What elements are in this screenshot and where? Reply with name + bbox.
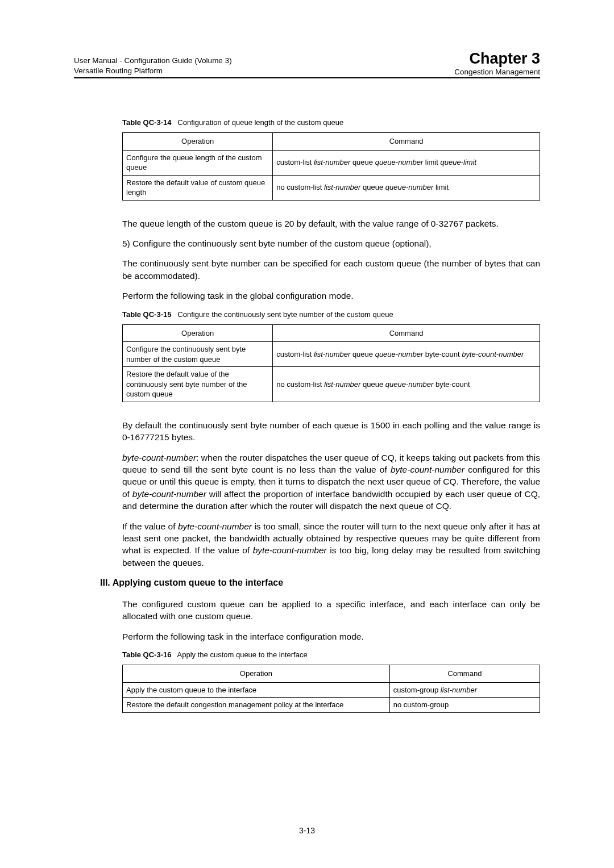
cmd-text: byte-count: [435, 380, 470, 389]
table16-caption-desc: Apply the custom queue to the interface: [177, 650, 308, 659]
table16-r2c2: no custom-group: [389, 698, 540, 713]
cmd-text: custom-list: [276, 350, 314, 358]
table14-r1c2: custom-list list-number queue queue-numb…: [273, 150, 540, 175]
cmd-text: no custom-list: [276, 380, 324, 389]
cmd-arg: queue-number: [385, 183, 435, 191]
cmd-arg: list-number: [441, 686, 477, 694]
page-header: User Manual - Configuration Guide (Volum…: [74, 50, 540, 78]
header-left: User Manual - Configuration Guide (Volum…: [74, 56, 232, 76]
table15-r1c1: Configure the continuously sent byte num…: [123, 342, 273, 367]
para-byte-count-explain: byte-count-number: when the router dispa…: [122, 452, 540, 512]
para-default-queue-length: The queue length of the custom queue is …: [122, 218, 540, 229]
table15-caption: Table QC-3-15 Configure the continuously…: [122, 310, 540, 319]
cmd-arg: list-number: [324, 380, 363, 389]
italic-term: byte-count-number: [132, 489, 206, 499]
table16-r1c2: custom-group list-number: [389, 682, 540, 698]
table14-caption: Table QC-3-14 Configuration of queue len…: [122, 118, 540, 127]
table14-label: Table QC-3-14: [122, 118, 171, 127]
para-byte-count-warning: If the value of byte-count-number is too…: [122, 520, 540, 569]
cmd-arg: queue-number: [375, 158, 425, 166]
cmd-text: queue: [363, 380, 385, 389]
italic-term: byte-count-number: [253, 545, 327, 555]
table14-r2c1: Restore the default value of custom queu…: [123, 175, 273, 200]
table16-caption: Table QC-3-16 Apply the custom queue to …: [122, 650, 540, 659]
section-apply: The configured custom queue can be appli…: [122, 598, 540, 713]
cmd-text: custom-list: [276, 158, 314, 166]
para-apply-intro: The configured custom queue can be appli…: [122, 598, 540, 623]
table16-h2: Command: [389, 665, 540, 683]
cmd-text: no custom-list: [276, 183, 324, 191]
table16-r2c1: Restore the default congestion managemen…: [123, 698, 390, 713]
header-right: Chapter 3 Congestion Management: [454, 50, 540, 76]
cmd-text: queue: [352, 350, 375, 358]
cmd-text: limit: [425, 158, 441, 166]
table14-h1: Operation: [123, 133, 273, 151]
cmd-text: custom-group: [393, 686, 441, 694]
para-default-byte-count: By default the continuously sent byte nu…: [122, 419, 540, 444]
table14-h2: Command: [273, 133, 540, 151]
table15-r2c1: Restore the default value of the continu…: [123, 367, 273, 402]
cmd-text: limit: [435, 183, 449, 191]
table15-label: Table QC-3-15: [122, 310, 171, 319]
table14-r2c2: no custom-list list-number queue queue-n…: [273, 175, 540, 200]
italic-term: byte-count-number: [178, 521, 252, 531]
chapter-subtitle: Congestion Management: [454, 68, 540, 76]
cmd-arg: queue-number: [385, 380, 435, 389]
table14: Operation Command Configure the queue le…: [122, 132, 540, 201]
para-step5: 5) Configure the continuously sent byte …: [122, 237, 540, 249]
cmd-arg: list-number: [314, 158, 352, 166]
italic-term: byte-count-number: [391, 465, 464, 474]
table16-h1: Operation: [123, 665, 390, 683]
table15-h2: Command: [273, 324, 540, 342]
para-interface-mode: Perform the following task in the interf…: [122, 631, 540, 642]
table15-caption-desc: Configure the continuously sent byte num…: [177, 310, 393, 319]
page-number: 3-13: [0, 826, 614, 835]
table15-r1c2: custom-list list-number queue queue-numb…: [273, 342, 540, 367]
table16-r1c1: Apply the custom queue to the interface: [123, 682, 390, 698]
cmd-text: byte-count: [425, 350, 462, 358]
cmd-arg: queue-number: [375, 350, 425, 358]
table14-caption-desc: Configuration of queue length of the cus…: [177, 118, 343, 127]
manual-title: User Manual - Configuration Guide (Volum…: [74, 56, 232, 66]
table14-block: Table QC-3-14 Configuration of queue len…: [122, 118, 540, 569]
body-span: If the value of: [122, 521, 178, 531]
table15-h1: Operation: [123, 324, 273, 342]
table14-r1c1: Configure the queue length of the custom…: [123, 150, 273, 175]
chapter-title: Chapter 3: [454, 50, 540, 68]
manual-subtitle: Versatile Routing Platform: [74, 66, 232, 76]
table16-label: Table QC-3-16: [122, 650, 171, 659]
para-byte-number-spec: The continuously sent byte number can be…: [122, 257, 540, 282]
cmd-text: queue: [352, 158, 375, 166]
cmd-arg: list-number: [324, 183, 363, 191]
italic-term: byte-count-number: [122, 453, 196, 462]
table16: Operation Command Apply the custom queue…: [122, 665, 540, 713]
para-global-mode: Perform the following task in the global…: [122, 290, 540, 302]
cmd-arg: byte-count-number: [462, 350, 524, 358]
heading-apply-custom-queue: III. Applying custom queue to the interf…: [100, 578, 540, 588]
table15: Operation Command Configure the continuo…: [122, 324, 540, 402]
cmd-arg: queue-limit: [441, 158, 477, 166]
cmd-text: queue: [363, 183, 385, 191]
cmd-arg: list-number: [314, 350, 352, 358]
table15-r2c2: no custom-list list-number queue queue-n…: [273, 367, 540, 402]
